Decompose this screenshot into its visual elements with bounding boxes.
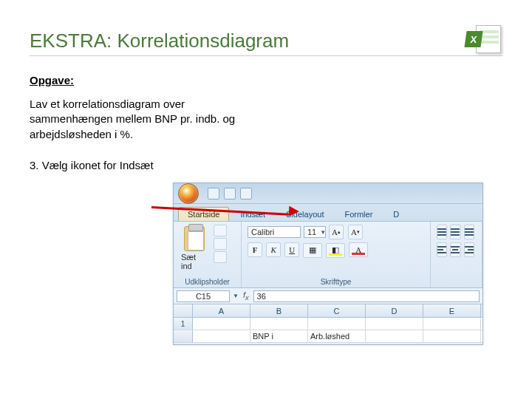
align-center-button[interactable] [450, 242, 460, 257]
column-headers: A B C D E [174, 304, 482, 318]
task-label: Opgave: [30, 74, 502, 86]
excel-logo-icon: X [466, 24, 501, 55]
slide-title: EKSTRA: Korrelationsdiagram [30, 30, 502, 56]
font-color-button[interactable]: A [349, 242, 368, 257]
table-row: BNP i Arb.løshed [174, 330, 482, 343]
row-header[interactable]: 1 [174, 318, 193, 330]
undo-icon[interactable] [224, 188, 236, 200]
select-all-corner[interactable] [174, 304, 193, 317]
cut-icon[interactable] [214, 225, 227, 236]
font-name-select[interactable]: Calibri [248, 226, 301, 238]
tab-sidelayout[interactable]: Sidelayout [276, 207, 333, 221]
redo-icon[interactable] [240, 188, 252, 200]
col-header[interactable]: A [193, 304, 250, 317]
underline-button[interactable]: U [284, 242, 299, 257]
cell[interactable] [423, 330, 481, 342]
office-button[interactable] [178, 183, 199, 204]
col-header[interactable]: B [250, 304, 308, 317]
paste-button[interactable]: Sæt ind [180, 225, 209, 272]
cell[interactable] [366, 318, 423, 330]
align-bottom-button[interactable] [464, 225, 474, 239]
align-top-button[interactable] [437, 225, 447, 239]
excel-ribbon-screenshot: Startside Indsæt Sidelayout Formler D Sæ… [173, 183, 483, 345]
tab-startside[interactable]: Startside [178, 207, 229, 221]
fx-icon[interactable]: fx [243, 290, 249, 301]
copy-icon[interactable] [214, 238, 227, 250]
cell[interactable] [308, 318, 366, 330]
clipboard-icon [184, 226, 205, 251]
shrink-font-button[interactable]: A▾ [348, 225, 363, 239]
ribbon-tabs: Startside Indsæt Sidelayout Formler D [174, 204, 482, 222]
align-middle-button[interactable] [450, 225, 460, 239]
save-icon[interactable] [208, 188, 219, 200]
excel-logo-letter: X [464, 31, 482, 47]
table-row: 1 [174, 318, 482, 330]
cell[interactable]: Arb.løshed [308, 330, 366, 342]
formula-bar[interactable]: 36 [253, 290, 480, 302]
tab-formler[interactable]: Formler [335, 207, 382, 221]
font-group-title: Skrifttype [248, 278, 424, 286]
bold-button[interactable]: F [248, 242, 262, 257]
clipboard-group-title: Udklipsholder [180, 278, 235, 286]
align-left-button[interactable] [437, 242, 447, 257]
fill-color-button[interactable]: ◧ [326, 243, 345, 258]
chevron-down-icon: ▼ [320, 229, 326, 236]
paste-label: Sæt ind [181, 253, 208, 270]
col-header[interactable]: D [366, 304, 423, 317]
cell[interactable] [366, 330, 423, 342]
grow-font-button[interactable]: A▴ [329, 225, 344, 239]
col-header[interactable]: C [308, 304, 366, 317]
name-box[interactable]: C15 [177, 290, 230, 302]
align-right-button[interactable] [464, 242, 474, 257]
borders-button[interactable]: ▦ [303, 243, 322, 258]
cell[interactable] [193, 330, 250, 342]
row-header[interactable] [174, 330, 193, 342]
step-text: 3. Vælg ikonet for Indsæt [30, 158, 155, 173]
cell[interactable] [250, 318, 308, 330]
task-text: Lav et korrelationsdiagram over sammenhæ… [30, 97, 266, 142]
cell[interactable]: BNP i [250, 330, 308, 342]
col-header[interactable]: E [423, 304, 481, 317]
cell[interactable] [193, 318, 250, 330]
tab-indsaet[interactable]: Indsæt [231, 207, 275, 221]
tab-more[interactable]: D [383, 207, 409, 221]
italic-button[interactable]: K [266, 242, 281, 257]
quick-access-toolbar [174, 183, 482, 204]
namebox-dropdown-icon[interactable]: ▼ [233, 293, 239, 299]
cell[interactable] [423, 318, 481, 330]
format-painter-icon[interactable] [214, 251, 227, 263]
